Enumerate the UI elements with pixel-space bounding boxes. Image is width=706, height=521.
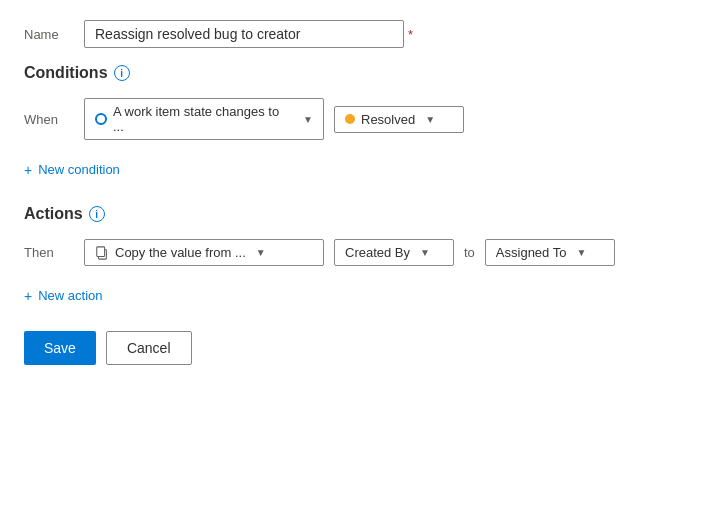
when-row: When A work item state changes to ... ▼ … bbox=[24, 98, 682, 140]
conditions-section: Conditions i When A work item state chan… bbox=[24, 64, 682, 181]
then-label: Then bbox=[24, 245, 74, 260]
add-action-plus-icon: + bbox=[24, 289, 32, 303]
to-label: to bbox=[464, 245, 475, 260]
resolved-dot-icon bbox=[345, 114, 355, 124]
state-dropdown[interactable]: Resolved ▼ bbox=[334, 106, 464, 133]
name-label: Name bbox=[24, 27, 84, 42]
target-dropdown-label: Assigned To bbox=[496, 245, 567, 260]
source-dropdown[interactable]: Created By ▼ bbox=[334, 239, 454, 266]
name-field-row: Name * bbox=[24, 20, 682, 48]
add-condition-link[interactable]: + New condition bbox=[24, 158, 120, 181]
conditions-title-text: Conditions bbox=[24, 64, 108, 82]
condition-dropdown[interactable]: A work item state changes to ... ▼ bbox=[84, 98, 324, 140]
target-dropdown-chevron: ▼ bbox=[576, 247, 586, 258]
actions-title: Actions i bbox=[24, 205, 682, 223]
when-label: When bbox=[24, 112, 74, 127]
add-action-link[interactable]: + New action bbox=[24, 284, 103, 307]
footer-buttons: Save Cancel bbox=[24, 331, 682, 365]
actions-section: Actions i Then Copy the value from ... ▼… bbox=[24, 205, 682, 307]
actions-info-icon[interactable]: i bbox=[89, 206, 105, 222]
required-star: * bbox=[408, 27, 413, 42]
cancel-button[interactable]: Cancel bbox=[106, 331, 192, 365]
conditions-info-icon[interactable]: i bbox=[114, 65, 130, 81]
name-input[interactable] bbox=[84, 20, 404, 48]
state-dropdown-label: Resolved bbox=[361, 112, 415, 127]
add-action-label: New action bbox=[38, 288, 102, 303]
source-dropdown-chevron: ▼ bbox=[420, 247, 430, 258]
source-dropdown-label: Created By bbox=[345, 245, 410, 260]
condition-dropdown-chevron: ▼ bbox=[303, 114, 313, 125]
save-button[interactable]: Save bbox=[24, 331, 96, 365]
conditions-title: Conditions i bbox=[24, 64, 682, 82]
actions-title-text: Actions bbox=[24, 205, 83, 223]
svg-rect-1 bbox=[97, 246, 105, 256]
copy-icon bbox=[95, 246, 109, 260]
add-condition-label: New condition bbox=[38, 162, 120, 177]
then-row: Then Copy the value from ... ▼ Created B… bbox=[24, 239, 682, 266]
condition-dropdown-label: A work item state changes to ... bbox=[113, 104, 293, 134]
action-dropdown-chevron: ▼ bbox=[256, 247, 266, 258]
state-dropdown-chevron: ▼ bbox=[425, 114, 435, 125]
action-dropdown-label: Copy the value from ... bbox=[115, 245, 246, 260]
target-dropdown[interactable]: Assigned To ▼ bbox=[485, 239, 615, 266]
work-item-icon bbox=[95, 113, 107, 125]
add-condition-plus-icon: + bbox=[24, 163, 32, 177]
action-dropdown[interactable]: Copy the value from ... ▼ bbox=[84, 239, 324, 266]
